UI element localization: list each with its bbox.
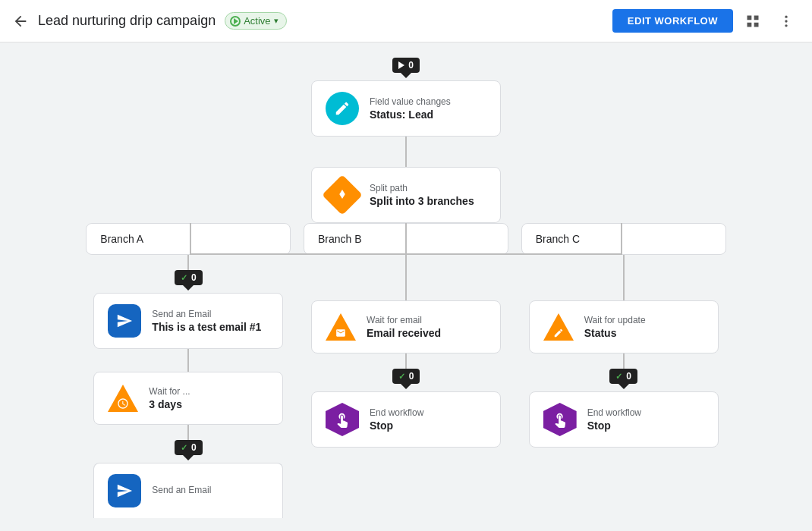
branch-c-col: Branch C Wait for update Status <box>515 223 732 448</box>
branch-c-header[interactable]: Branch C <box>521 223 726 255</box>
svg-point-0 <box>785 15 787 17</box>
trigger-counter-badge: 0 <box>392 58 420 73</box>
branch-a-email-node[interactable]: Send an Email This is a test email #1 <box>93 293 283 349</box>
branch-b-name: Branch B <box>318 233 362 245</box>
trigger-counter-wrap: 0 <box>392 58 420 73</box>
branch-a-wait-text: Wait for ... 3 days <box>149 386 190 410</box>
branch-a-email-label: Send an Email <box>152 309 261 319</box>
split-icon-wrap <box>326 178 359 212</box>
wait-icon-wrap <box>108 383 138 413</box>
branch-b-waitemail-text: Wait for email Email received <box>367 315 441 339</box>
header: Lead nurturing drip campaign Active ▾ ED… <box>0 0 812 42</box>
branch-b-waitemail-node[interactable]: Wait for email Email received <box>311 300 501 353</box>
status-badge[interactable]: Active ▾ <box>225 12 286 30</box>
branch-c-counter-wrap: ✓ 0 <box>609 369 637 384</box>
branch-b-count: 0 <box>409 371 414 382</box>
right-branch-down <box>621 223 622 253</box>
wait-email-icon-wrap <box>326 312 356 342</box>
split-node[interactable]: Split path Split into 3 branches <box>311 167 501 223</box>
status-play-icon <box>230 16 241 27</box>
page-title: Lead nurturing drip campaign <box>38 13 216 29</box>
branch-h-line <box>190 253 622 255</box>
branch-a-wait-label: Wait for ... <box>149 386 190 397</box>
branch-a-email-value: This is a test email #1 <box>152 321 261 333</box>
branch-b-end-label: End workflow <box>370 407 423 418</box>
play-icon <box>398 61 404 69</box>
branch-c-v2 <box>623 353 625 369</box>
check-icon-c: ✓ <box>615 372 622 382</box>
branch-a-col: Branch A ✓ 0 Send an Email This is a tes… <box>80 223 297 518</box>
grid-view-button[interactable] <box>739 8 766 35</box>
branch-a-counter: ✓ 0 <box>175 270 203 285</box>
branch-a-v2 <box>187 349 189 372</box>
branch-a-email2-node[interactable]: Send an Email <box>93 463 283 518</box>
branch-b-v2 <box>405 353 407 369</box>
svg-point-1 <box>785 20 787 22</box>
branch-a-v3 <box>187 425 189 440</box>
branch-a-wait-node[interactable]: Wait for ... 3 days <box>93 372 283 425</box>
connector-line-1 <box>405 137 407 167</box>
branch-c-name: Branch C <box>536 233 580 245</box>
split-text: Split path Split into 3 branches <box>370 183 474 207</box>
branch-a-email-text: Send an Email This is a test email #1 <box>152 309 261 333</box>
branch-b-waitemail-value: Email received <box>367 327 441 339</box>
branch-c-waitupdate-text: Wait for update Status <box>584 315 646 339</box>
branch-a-email2-label: Send an Email <box>152 485 211 495</box>
branch-a-bottom-counter-wrap: ✓ 0 <box>175 440 203 455</box>
branch-c-v1 <box>623 255 625 300</box>
status-label: Active <box>244 15 270 27</box>
branch-a-v1 <box>187 255 189 270</box>
branch-c-counter: ✓ 0 <box>609 369 637 384</box>
back-button[interactable] <box>12 13 29 30</box>
branch-c-end-node[interactable]: End workflow Stop <box>529 391 719 448</box>
branches-row: Branch A ✓ 0 Send an Email This is a tes… <box>80 223 732 518</box>
branch-b-end-text: End workflow Stop <box>370 407 423 432</box>
clock-symbol <box>117 396 129 410</box>
check-icon: ✓ <box>181 273 187 283</box>
split-value: Split into 3 branches <box>370 195 474 207</box>
check-icon-b: ✓ <box>398 372 405 382</box>
branch-c-end-value: Stop <box>587 419 641 432</box>
trigger-value: Status: Lead <box>370 108 451 121</box>
branch-b-waitemail-label: Wait for email <box>367 315 441 325</box>
branch-b-col: Branch B Wait for email Email received <box>297 223 515 448</box>
status-chevron-icon: ▾ <box>274 16 279 26</box>
split-icon <box>335 187 349 203</box>
more-options-button[interactable] <box>773 8 800 35</box>
header-left: Lead nurturing drip campaign Active ▾ <box>12 12 612 30</box>
svg-point-2 <box>785 24 787 27</box>
branch-b-counter: ✓ 0 <box>392 369 420 384</box>
branch-a-bottom-counter: ✓ 0 <box>175 440 203 455</box>
branch-a-email2-text: Send an Email <box>152 485 211 497</box>
end-hex-icon-b <box>326 403 359 436</box>
check-icon-2: ✓ <box>181 443 187 453</box>
branch-c-end-label: End workflow <box>587 407 641 418</box>
branch-a-name: Branch A <box>100 233 143 245</box>
split-label: Split path <box>370 183 474 193</box>
branch-a-wait-value: 3 days <box>149 398 190 410</box>
branch-b-end-value: Stop <box>370 419 423 432</box>
left-branch-down <box>190 223 191 253</box>
wait-update-icon-wrap <box>543 312 574 342</box>
trigger-section: 0 Field value changes Status: Lead <box>311 58 501 223</box>
branch-a-count: 0 <box>191 272 197 283</box>
send-email-icon <box>108 304 141 338</box>
edit-workflow-button[interactable]: EDIT WORKFLOW <box>612 9 733 33</box>
split-down-line <box>405 223 407 253</box>
branch-a-header[interactable]: Branch A <box>86 223 291 255</box>
branch-c-waitupdate-node[interactable]: Wait for update Status <box>529 300 719 353</box>
branch-a-bottom-count: 0 <box>191 442 197 453</box>
trigger-label: Field value changes <box>370 96 451 107</box>
trigger-icon <box>326 92 359 125</box>
trigger-count: 0 <box>408 60 414 71</box>
send-email-icon-2 <box>108 474 141 507</box>
trigger-node[interactable]: Field value changes Status: Lead <box>311 80 501 137</box>
workflow-canvas: 0 Field value changes Status: Lead <box>0 42 812 531</box>
branch-c-end-text: End workflow Stop <box>587 407 641 432</box>
header-right: EDIT WORKFLOW <box>612 8 800 35</box>
branch-b-end-node[interactable]: End workflow Stop <box>311 391 501 448</box>
branch-b-counter-wrap: ✓ 0 <box>392 369 420 384</box>
end-hex-icon-c <box>543 403 577 436</box>
branch-c-count: 0 <box>626 371 631 382</box>
branch-a-counter-wrap: ✓ 0 <box>175 270 203 285</box>
